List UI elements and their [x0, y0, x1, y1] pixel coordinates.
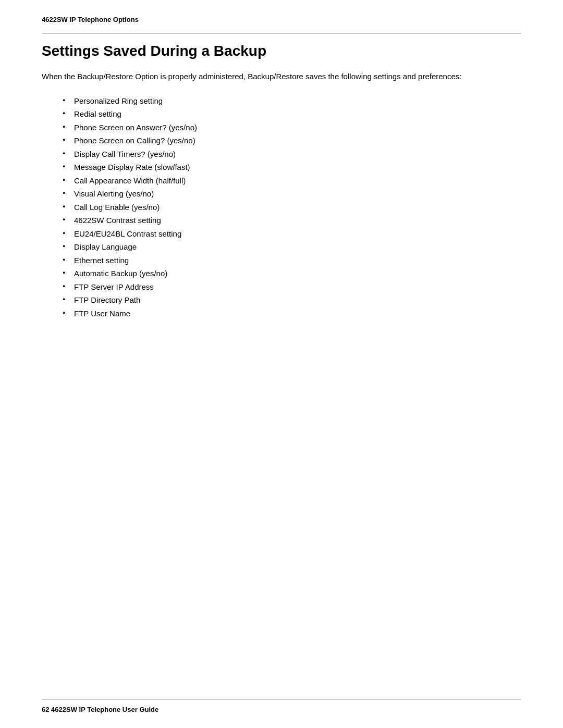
header-area: 4622SW IP Telephone Options — [0, 0, 563, 23]
list-item: Display Language — [63, 240, 521, 254]
list-item: 4622SW Contrast setting — [63, 214, 521, 227]
intro-paragraph: When the Backup/Restore Option is proper… — [42, 71, 469, 83]
list-item: FTP Directory Path — [63, 293, 521, 307]
footer-area: 62 4622SW IP Telephone User Guide — [42, 699, 521, 713]
list-item: Call Appearance Width (half/full) — [63, 174, 521, 188]
top-divider — [42, 33, 521, 33]
list-item: FTP User Name — [63, 307, 521, 320]
list-item: Redial setting — [63, 107, 521, 121]
list-item: Phone Screen on Calling? (yes/no) — [63, 134, 521, 147]
header-label: 4622SW IP Telephone Options — [42, 16, 139, 23]
list-item: Personalized Ring setting — [63, 94, 521, 108]
section-title: Settings Saved During a Backup — [42, 43, 521, 59]
settings-list: Personalized Ring settingRedial settingP… — [42, 94, 521, 320]
list-item: Display Call Timers? (yes/no) — [63, 147, 521, 161]
footer-label: 62 4622SW IP Telephone User Guide — [42, 706, 158, 713]
list-item: Visual Alerting (yes/no) — [63, 187, 521, 201]
list-item: Phone Screen on Answer? (yes/no) — [63, 121, 521, 134]
list-item: Automatic Backup (yes/no) — [63, 267, 521, 280]
page-container: 4622SW IP Telephone Options Settings Sav… — [0, 0, 563, 728]
list-item: EU24/EU24BL Contrast setting — [63, 227, 521, 241]
list-item: FTP Server IP Address — [63, 280, 521, 294]
main-content: Settings Saved During a Backup When the … — [0, 43, 563, 320]
list-item: Message Display Rate (slow/fast) — [63, 161, 521, 174]
list-item: Ethernet setting — [63, 254, 521, 267]
list-item: Call Log Enable (yes/no) — [63, 201, 521, 214]
